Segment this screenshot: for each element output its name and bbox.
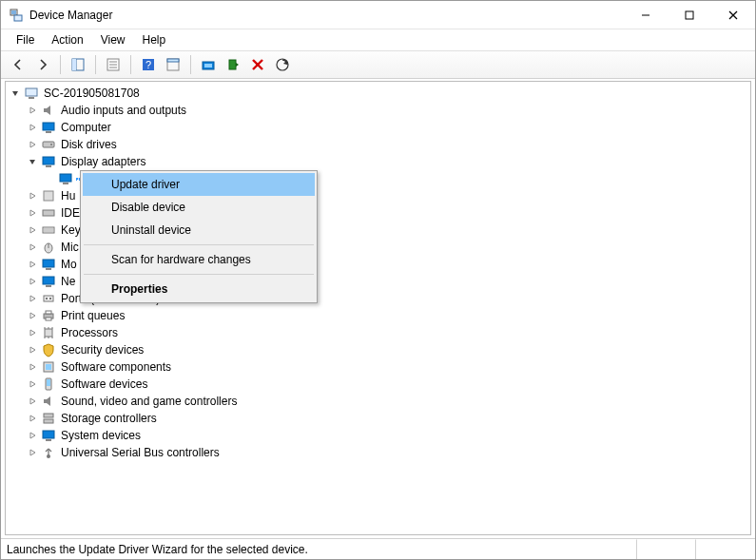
menu-action[interactable]: Action [44,31,90,48]
chevron-right-icon[interactable] [25,204,40,222]
tree-item[interactable]: Print queues [8,307,748,324]
uninstall-device-button[interactable] [246,53,269,76]
toolbar: ? [1,50,755,79]
tree-item[interactable]: Security devices [8,341,748,358]
tree-root[interactable]: SC-201905081708 [8,85,748,102]
audio-icon [40,102,57,119]
forward-button[interactable] [31,53,54,76]
cpu-icon [40,324,57,341]
back-button[interactable] [7,53,29,76]
menu-view[interactable]: View [93,31,133,48]
svg-text:?: ? [145,59,151,70]
chevron-right-icon[interactable] [25,324,40,341]
tree-item-label: Audio inputs and outputs [59,102,188,119]
chevron-right-icon[interactable] [25,119,40,136]
svg-rect-44 [46,285,51,287]
svg-rect-47 [49,298,51,299]
tree-item[interactable]: Software components [8,358,748,376]
chevron-right-icon[interactable] [25,102,40,119]
chevron-right-icon[interactable] [25,358,40,376]
storage-icon [40,410,57,427]
svg-rect-64 [43,431,54,438]
chevron-right-icon[interactable] [25,307,40,324]
close-button[interactable] [711,1,755,29]
update-driver-button[interactable] [197,53,220,76]
mouse-icon [40,239,57,256]
action-button[interactable] [162,53,184,76]
network-icon [40,273,57,290]
display-adapter-icon [40,153,57,170]
svg-rect-20 [229,60,236,69]
chevron-right-icon[interactable] [25,341,40,358]
tree-item-label: IDE [59,204,82,222]
svg-rect-63 [44,419,53,423]
tree-item-label: Hu [59,187,77,204]
chevron-right-icon[interactable] [25,410,40,427]
tree-item-label: Storage controllers [59,410,159,427]
svg-rect-35 [43,210,54,216]
chevron-right-icon[interactable] [25,444,40,461]
menubar: File Action View Help [1,29,755,50]
tree-item-label: Key [59,222,83,239]
scan-hardware-button[interactable] [271,53,294,76]
chevron-right-icon[interactable] [25,256,40,273]
chevron-right-icon[interactable] [25,273,40,290]
tree-item-label: Ne [59,273,77,290]
menu-file[interactable]: File [9,31,42,48]
properties-button[interactable] [102,53,125,76]
device-tree-pane[interactable]: SC-201905081708 Audio inputs and outputs… [5,81,751,535]
context-menu: Update driver Disable device Uninstall d… [80,170,318,303]
tree-item[interactable]: Processors [8,324,748,341]
context-menu-update-driver[interactable]: Update driver [83,173,315,196]
menu-help[interactable]: Help [135,31,174,48]
context-menu-properties[interactable]: Properties [83,278,315,300]
tree-item[interactable]: Universal Serial Bus controllers [8,444,748,461]
chevron-right-icon[interactable] [25,290,40,307]
maximize-button[interactable] [668,1,711,29]
tree-item[interactable]: Disk drives [8,136,748,153]
context-menu-scan[interactable]: Scan for hardware changes [83,248,315,271]
chevron-right-icon[interactable] [25,393,40,410]
ide-icon [40,204,57,222]
svg-rect-59 [46,364,51,370]
svg-rect-49 [46,311,51,314]
svg-rect-41 [43,260,54,267]
svg-rect-34 [44,191,53,201]
show-hide-tree-button[interactable] [67,53,89,76]
printer-icon [40,307,57,324]
tree-item[interactable]: Sound, video and game controllers [8,393,748,410]
monitor-icon [40,119,57,136]
chevron-right-icon[interactable] [25,376,40,393]
keyboard-icon [40,222,57,239]
svg-rect-17 [167,59,179,62]
enable-device-button[interactable] [222,53,244,76]
help-button[interactable]: ? [137,53,160,76]
minimize-button[interactable] [624,1,668,29]
status-text: Launches the Update Driver Wizard for th… [1,539,637,559]
chevron-down-icon[interactable] [25,153,40,170]
tree-item[interactable]: System devices [8,427,748,444]
tree-item[interactable]: Software devices [8,376,748,393]
chevron-right-icon[interactable] [25,239,40,256]
chevron-down-icon[interactable] [8,85,23,102]
context-menu-separator [84,244,314,245]
svg-rect-19 [204,64,212,68]
chevron-right-icon[interactable] [25,222,40,239]
svg-rect-43 [43,277,54,284]
svg-rect-65 [46,439,51,441]
display-adapter-icon [57,170,74,187]
context-menu-uninstall-device[interactable]: Uninstall device [83,219,315,241]
svg-rect-9 [72,59,76,70]
tree-item[interactable]: Audio inputs and outputs [8,102,748,119]
chevron-right-icon[interactable] [25,136,40,153]
svg-point-29 [50,144,52,145]
chevron-right-icon[interactable] [25,427,40,444]
tree-item[interactable]: Computer [8,119,748,136]
context-menu-disable-device[interactable]: Disable device [83,196,315,219]
port-icon [40,290,57,307]
tree-item[interactable]: Storage controllers [8,410,748,427]
audio-icon [40,393,57,410]
svg-rect-42 [46,268,51,270]
chevron-right-icon[interactable] [25,187,40,204]
tree-item-display-adapters[interactable]: Display adapters [8,153,748,170]
